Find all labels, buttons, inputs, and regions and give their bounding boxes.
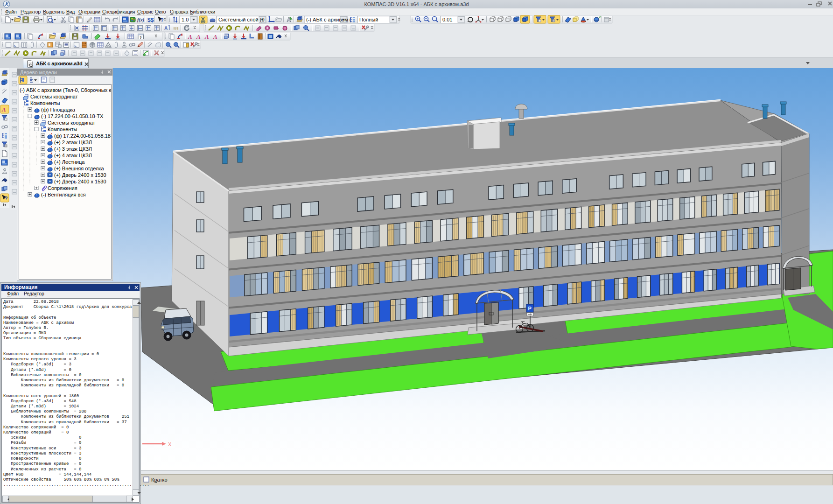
svg-text:X: X: [168, 441, 172, 447]
svg-text:P: P: [528, 306, 532, 311]
svg-text:(+) Лестница: (+) Лестница: [54, 159, 85, 165]
svg-text:(+) Дверь 2400 х 1530: (+) Дверь 2400 х 1530: [54, 179, 106, 184]
svg-text:(+) 2 этаж ЦКЗЛ: (+) 2 этаж ЦКЗЛ: [54, 140, 92, 145]
svg-text:A: A: [204, 33, 209, 40]
svg-text:Системный слой (0: Системный слой (0: [218, 17, 265, 22]
svg-text:f(x): f(x): [137, 17, 144, 23]
svg-text:Компоненты: Компоненты: [30, 100, 60, 106]
svg-text:$$: $$: [147, 17, 154, 23]
svg-text:Сопряжения: Сопряжения: [48, 185, 77, 191]
svg-text:Системы координат: Системы координат: [30, 94, 78, 99]
svg-text:A: A: [196, 33, 201, 40]
svg-text:(+) Дверь 2400 х 1530: (+) Дверь 2400 х 1530: [54, 172, 106, 178]
svg-text:Компоненты: Компоненты: [48, 126, 77, 132]
svg-text:(-) АБК с архивом (: (-) АБК с архивом (: [306, 17, 351, 22]
svg-text:Полный: Полный: [359, 17, 378, 22]
svg-text:(ф) 17.224.00-61.058.18-ТХ: (ф) 17.224.00-61.058.18-ТХ: [54, 133, 112, 139]
svg-text:?: ?: [161, 17, 164, 23]
svg-text:A: A: [213, 33, 217, 40]
svg-text:0.01: 0.01: [442, 17, 452, 22]
svg-text:?: ?: [140, 35, 142, 40]
svg-text:A: A: [188, 33, 192, 40]
svg-text:(+) 4 этаж ЦКЗЛ: (+) 4 этаж ЦКЗЛ: [54, 153, 92, 158]
svg-text:(-) Вентиляция вся: (-) Вентиляция вся: [41, 192, 86, 197]
svg-text:Системы координат: Системы координат: [48, 120, 95, 126]
svg-text:1.0: 1.0: [182, 17, 189, 22]
svg-text:(+) 3 этаж ЦКЗЛ: (+) 3 этаж ЦКЗЛ: [54, 146, 92, 152]
svg-text:(ф) Площадка: (ф) Площадка: [41, 107, 76, 112]
svg-text:(-) АБК с архивом (Тел-0, Сбор: (-) АБК с архивом (Тел-0, Сборочных един: [20, 87, 112, 93]
svg-text:?: ?: [5, 196, 8, 201]
svg-text:Кратко: Кратко: [151, 477, 168, 483]
svg-text:(-) 17.224.00-61.058.18-ТХ: (-) 17.224.00-61.058.18-ТХ: [41, 113, 104, 119]
svg-text:A: A: [1, 106, 6, 113]
svg-text:(+) Внешняя отделка: (+) Внешняя отделка: [54, 166, 104, 171]
svg-text:A: A: [164, 26, 168, 31]
